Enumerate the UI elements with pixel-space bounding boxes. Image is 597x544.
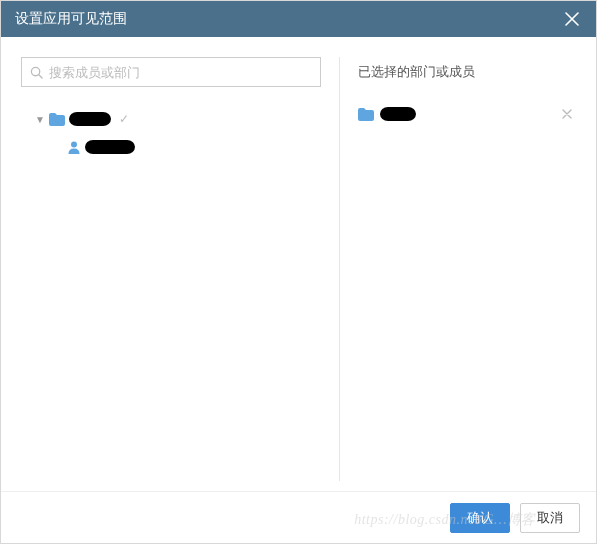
confirm-button[interactable]: 确认 xyxy=(450,503,510,533)
close-icon xyxy=(565,12,579,26)
close-icon xyxy=(562,109,572,119)
search-box[interactable] xyxy=(21,57,321,87)
folder-icon xyxy=(49,113,65,126)
selected-title: 已选择的部门或成员 xyxy=(358,57,576,87)
dialog-body: ▼ ✓ 已选择的部门或成员 xyxy=(1,37,596,491)
selected-item-label xyxy=(380,107,416,121)
tree-root-row[interactable]: ▼ ✓ xyxy=(35,105,321,133)
tree-child-label xyxy=(85,140,135,154)
dialog: 设置应用可见范围 ▼ ✓ xyxy=(0,0,597,544)
tree-root-label xyxy=(69,112,111,126)
org-tree: ▼ ✓ xyxy=(21,105,321,161)
selected-list xyxy=(358,101,576,127)
remove-selected-button[interactable] xyxy=(558,105,576,123)
close-button[interactable] xyxy=(562,9,582,29)
caret-down-icon[interactable]: ▼ xyxy=(35,114,45,125)
dialog-footer: https://blog.csdn.net/G…博客 确认 取消 xyxy=(1,491,596,543)
selected-item xyxy=(358,101,576,127)
search-icon xyxy=(30,66,43,79)
search-input[interactable] xyxy=(49,65,312,80)
panel-divider xyxy=(339,57,340,481)
check-icon: ✓ xyxy=(119,112,129,126)
svg-point-2 xyxy=(71,142,77,148)
dialog-title: 设置应用可见范围 xyxy=(15,10,127,28)
right-panel: 已选择的部门或成员 xyxy=(358,57,576,481)
tree-child-row[interactable] xyxy=(35,133,321,161)
dialog-header: 设置应用可见范围 xyxy=(1,1,596,37)
svg-line-1 xyxy=(39,74,42,77)
cancel-button[interactable]: 取消 xyxy=(520,503,580,533)
left-panel: ▼ ✓ xyxy=(21,57,321,481)
folder-icon xyxy=(358,108,374,121)
person-icon xyxy=(67,140,81,154)
